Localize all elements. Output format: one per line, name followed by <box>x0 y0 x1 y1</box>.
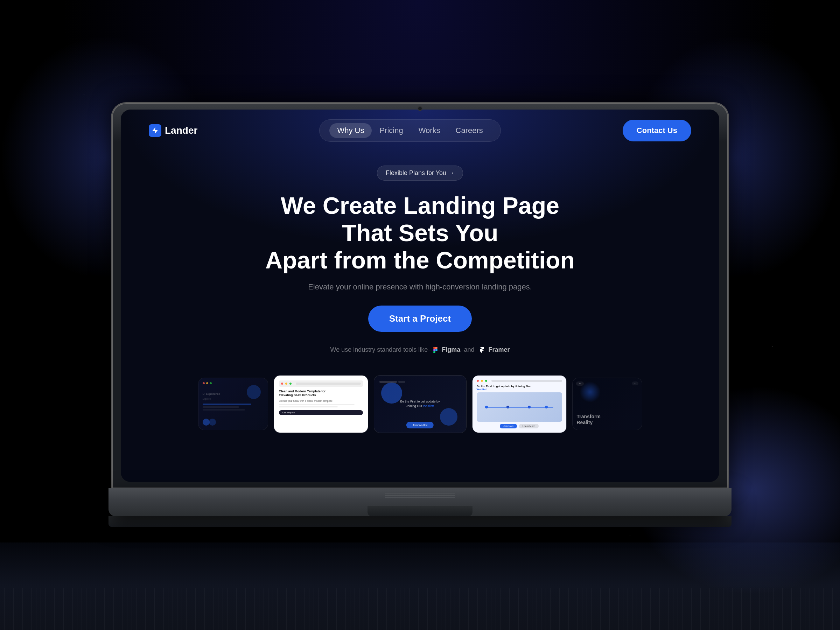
portfolio-card-4[interactable]: Be the First to get update by Joining Ou… <box>472 375 567 433</box>
tools-line: We use industry standard tools like <box>330 346 510 354</box>
hero-badge: Flexible Plans for You → <box>377 166 463 181</box>
nav-link-works[interactable]: Works <box>411 123 448 138</box>
hero-title-line1: We Create Landing Page That Sets You <box>281 192 559 246</box>
nav-link-careers[interactable]: Careers <box>448 123 491 138</box>
card-1-content: UI Experience Explore <box>199 378 268 430</box>
laptop-device: Lander Why Us Pricing Works Careers Cont… <box>112 103 728 527</box>
portfolio-card-3[interactable]: Be the First to get update by Joining Ou… <box>374 375 467 433</box>
card-5-content: ✦ ··· TransformReality <box>573 378 642 430</box>
deco-line-right <box>426 350 482 351</box>
laptop-base <box>109 488 731 516</box>
card-4-content: Be the First to get update by Joining Ou… <box>472 376 566 433</box>
contact-button[interactable]: Contact Us <box>623 120 691 141</box>
deco-line-left <box>358 350 414 351</box>
framer-tool: Framer <box>478 346 510 354</box>
logo-icon <box>149 124 161 137</box>
nav-link-why-us[interactable]: Why Us <box>329 123 372 138</box>
portfolio-cards: UI Experience Explore <box>121 375 719 433</box>
transform-reality-text: TransformReality <box>577 414 601 426</box>
portfolio-card-1[interactable]: UI Experience Explore <box>198 377 268 430</box>
start-project-button[interactable]: Start a Project <box>368 306 472 332</box>
nav-link-pricing[interactable]: Pricing <box>372 123 411 138</box>
vent-lines <box>385 494 455 498</box>
hero-section: Flexible Plans for You → We Create Landi… <box>121 152 719 375</box>
card-3-content: Be the First to get update by Joining Ou… <box>374 376 466 433</box>
laptop-lid: Lander Why Us Pricing Works Careers Cont… <box>112 103 728 488</box>
laptop-stand <box>109 516 731 527</box>
nav-links-container: Why Us Pricing Works Careers <box>319 119 501 142</box>
logo: Lander <box>149 124 197 137</box>
surface-lines-decoration <box>0 588 840 630</box>
portfolio-card-5[interactable]: ✦ ··· TransformReality <box>572 377 642 430</box>
screen-bezel: Lander Why Us Pricing Works Careers Cont… <box>121 109 719 482</box>
hero-title: We Create Landing Page That Sets You Apa… <box>262 192 578 274</box>
logo-text: Lander <box>165 125 197 136</box>
mini-map <box>477 392 562 422</box>
portfolio-card-2[interactable]: Clean and Modern Template forElevating S… <box>274 375 368 433</box>
framer-text: Framer <box>488 346 510 354</box>
hero-subtitle: Elevate your online presence with high-c… <box>308 283 532 292</box>
navbar: Lander Why Us Pricing Works Careers Cont… <box>121 109 719 152</box>
hero-title-line2: Apart from the Competition <box>265 247 575 273</box>
screen-content: Lander Why Us Pricing Works Careers Cont… <box>121 109 719 482</box>
laptop-hinge <box>368 506 472 516</box>
card-2-content: Clean and Modern Template forElevating S… <box>274 376 368 433</box>
